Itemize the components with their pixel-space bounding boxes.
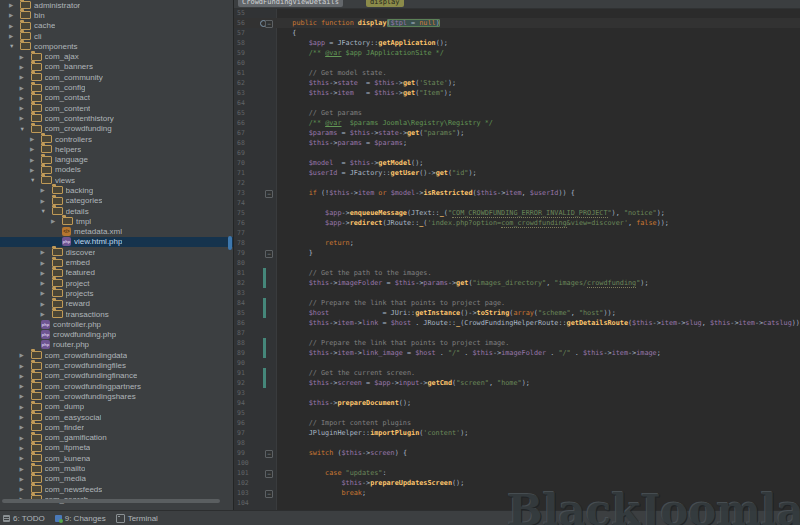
code-line-71[interactable]: 71 $userId = JFactory::getUser()->get("i… bbox=[234, 168, 800, 178]
tree-item-com-crowdfundingshares[interactable]: ▶com_crowdfundingshares bbox=[0, 391, 233, 401]
project-tree[interactable]: ▶administrator▶bin▶cache▶cli▼components▶… bbox=[0, 0, 234, 511]
tree-item-com-contact[interactable]: ▶com_contact bbox=[0, 93, 233, 103]
code-line-85[interactable]: 85 $host = JUri::getInstance()->toString… bbox=[234, 308, 800, 318]
statusbar-terminal-button[interactable]: Terminal bbox=[116, 514, 158, 523]
breadcrumb-method-chip[interactable]: display bbox=[366, 0, 404, 7]
code-line-84[interactable]: 84 // Prepare the link that points to pr… bbox=[234, 298, 800, 308]
chevron-right-icon[interactable]: ▶ bbox=[20, 352, 31, 358]
tree-item-com-contenthistory[interactable]: ▶com_contenthistory bbox=[0, 113, 233, 123]
code-line-66[interactable]: 66 /** @var $params Joomla\Registry\Regi… bbox=[234, 118, 800, 128]
code-line-99[interactable]: 99− switch ($this->screen) { bbox=[234, 448, 800, 458]
tree-item-com-finder[interactable]: ▶com_finder bbox=[0, 422, 233, 432]
chevron-right-icon[interactable]: ▶ bbox=[41, 311, 52, 317]
tree-item-project[interactable]: ▶project bbox=[0, 278, 233, 288]
code-fold-icon[interactable]: − bbox=[265, 250, 273, 258]
code-line-101[interactable]: 101− case "updates": bbox=[234, 468, 800, 478]
chevron-right-icon[interactable]: ▶ bbox=[41, 260, 52, 266]
code-line-70[interactable]: 70 $model = $this->getModel(); bbox=[234, 158, 800, 168]
chevron-right-icon[interactable]: ▶ bbox=[9, 12, 20, 18]
code-fold-icon[interactable]: − bbox=[265, 20, 273, 28]
tree-item-models[interactable]: ▶models bbox=[0, 165, 233, 175]
code-line-77[interactable]: 77 bbox=[234, 228, 800, 238]
tree-item-com-easysocial[interactable]: ▶com_easysocial bbox=[0, 412, 233, 422]
tree-item-com-crowdfunding[interactable]: ▼com_crowdfunding bbox=[0, 124, 233, 134]
tree-item-transactions[interactable]: ▶transactions bbox=[0, 309, 233, 319]
chevron-down-icon[interactable]: ▼ bbox=[20, 126, 31, 132]
code-line-55[interactable]: 55 bbox=[234, 8, 800, 18]
code-line-88[interactable]: 88 // Prepare the link that points to pr… bbox=[234, 338, 800, 348]
code-line-92[interactable]: 92 $this->screen = $app->input->getCmd("… bbox=[234, 378, 800, 388]
chevron-right-icon[interactable]: ▶ bbox=[20, 455, 31, 461]
code-line-104[interactable]: 104 bbox=[234, 498, 800, 508]
code-line-75[interactable]: 75 $app->enqueueMessage(JText::_("COM_CR… bbox=[234, 208, 800, 218]
vcs-changed-lines-marker[interactable] bbox=[263, 268, 266, 288]
tree-item-bin[interactable]: ▶bin bbox=[0, 10, 233, 20]
chevron-right-icon[interactable]: ▶ bbox=[20, 414, 31, 420]
code-fold-icon[interactable]: − bbox=[265, 450, 273, 458]
tree-item-views[interactable]: ▼views bbox=[0, 175, 233, 185]
tree-item-com-crowdfundingpartners[interactable]: ▶com_crowdfundingpartners bbox=[0, 381, 233, 391]
tree-item-com-crowdfundingdata[interactable]: ▶com_crowdfundingdata bbox=[0, 350, 233, 360]
code-line-82[interactable]: 82 $this->imageFolder = $this->params->g… bbox=[234, 278, 800, 288]
vcs-changed-lines-marker[interactable] bbox=[263, 298, 266, 318]
chevron-right-icon[interactable]: ▶ bbox=[41, 301, 52, 307]
chevron-right-icon[interactable]: ▶ bbox=[20, 105, 31, 111]
project-tree-horizontal-scrollbar[interactable] bbox=[2, 499, 220, 503]
chevron-right-icon[interactable]: ▶ bbox=[41, 198, 52, 204]
tree-item-com-gamification[interactable]: ▶com_gamification bbox=[0, 432, 233, 442]
code-line-65[interactable]: 65 // Get params bbox=[234, 108, 800, 118]
chevron-right-icon[interactable]: ▶ bbox=[20, 466, 31, 472]
chevron-right-icon[interactable]: ▶ bbox=[9, 2, 20, 8]
chevron-right-icon[interactable]: ▶ bbox=[20, 435, 31, 441]
tree-item-discover[interactable]: ▶discover bbox=[0, 247, 233, 257]
vcs-changed-lines-marker[interactable] bbox=[263, 368, 266, 388]
chevron-right-icon[interactable]: ▶ bbox=[20, 64, 31, 70]
chevron-right-icon[interactable]: ▶ bbox=[51, 218, 62, 224]
tree-item-metadata-xml[interactable]: </>metadata.xml bbox=[0, 227, 233, 237]
code-line-89[interactable]: 89 $this->item->link_image = $host . "/"… bbox=[234, 348, 800, 358]
tree-item-administrator[interactable]: ▶administrator bbox=[0, 0, 233, 10]
tree-item-com-banners[interactable]: ▶com_banners bbox=[0, 62, 233, 72]
chevron-right-icon[interactable]: ▶ bbox=[20, 95, 31, 101]
code-line-93[interactable]: 93 bbox=[234, 388, 800, 398]
code-line-62[interactable]: 62 $this->state = $this->get('State'); bbox=[234, 78, 800, 88]
tree-item-com-community[interactable]: ▶com_community bbox=[0, 72, 233, 82]
tree-item-reward[interactable]: ▶reward bbox=[0, 299, 233, 309]
tree-item-tmpl[interactable]: ▶tmpl bbox=[0, 216, 233, 226]
code-line-78[interactable]: 78 return; bbox=[234, 238, 800, 248]
code-line-90[interactable]: 90 bbox=[234, 358, 800, 368]
chevron-right-icon[interactable]: ▶ bbox=[20, 54, 31, 60]
code-line-59[interactable]: 59 /** @var $app JApplicationSite */ bbox=[234, 48, 800, 58]
breadcrumb-class-chip[interactable]: CrowdFundingViewDetails bbox=[238, 0, 343, 7]
tree-item-controllers[interactable]: ▶controllers bbox=[0, 134, 233, 144]
chevron-right-icon[interactable]: ▶ bbox=[41, 187, 52, 193]
code-line-68[interactable]: 68 $this->params = $params; bbox=[234, 138, 800, 148]
code-line-102[interactable]: 102 $this->prepareUpdatesScreen(); bbox=[234, 478, 800, 488]
tree-item-helpers[interactable]: ▶helpers bbox=[0, 144, 233, 154]
chevron-down-icon[interactable]: ▼ bbox=[9, 43, 20, 49]
tree-item-cli[interactable]: ▶cli bbox=[0, 31, 233, 41]
code-line-83[interactable]: 83 bbox=[234, 288, 800, 298]
code-line-81[interactable]: 81 // Get the path to the images. bbox=[234, 268, 800, 278]
code-line-63[interactable]: 63 $this->item = $this->get("Item"); bbox=[234, 88, 800, 98]
chevron-right-icon[interactable]: ▶ bbox=[20, 424, 31, 430]
code-fold-icon[interactable]: − bbox=[265, 490, 273, 498]
tree-item-language[interactable]: ▶language bbox=[0, 154, 233, 164]
tree-item-com-media[interactable]: ▶com_media bbox=[0, 474, 233, 484]
code-line-72[interactable]: 72 bbox=[234, 178, 800, 188]
chevron-right-icon[interactable]: ▶ bbox=[30, 136, 41, 142]
chevron-right-icon[interactable]: ▶ bbox=[20, 404, 31, 410]
chevron-right-icon[interactable]: ▶ bbox=[20, 476, 31, 482]
code-fold-icon[interactable]: − bbox=[265, 190, 273, 198]
code-line-95[interactable]: 95 bbox=[234, 408, 800, 418]
tree-item-com-itpmeta[interactable]: ▶com_itpmeta bbox=[0, 443, 233, 453]
chevron-down-icon[interactable]: ▼ bbox=[30, 177, 41, 183]
chevron-right-icon[interactable]: ▶ bbox=[41, 280, 52, 286]
chevron-right-icon[interactable]: ▶ bbox=[20, 445, 31, 451]
tree-item-com-content[interactable]: ▶com_content bbox=[0, 103, 233, 113]
chevron-right-icon[interactable]: ▶ bbox=[20, 373, 31, 379]
code-line-58[interactable]: 58 $app = JFactory::getApplication(); bbox=[234, 38, 800, 48]
tree-item-com-dump[interactable]: ▶com_dump bbox=[0, 402, 233, 412]
chevron-right-icon[interactable]: ▶ bbox=[20, 115, 31, 121]
chevron-down-icon[interactable]: ▼ bbox=[41, 208, 52, 214]
